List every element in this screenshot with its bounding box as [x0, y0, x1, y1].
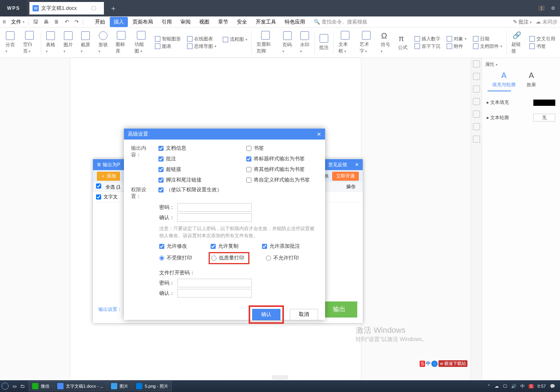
document-tab[interactable]: W 文字文稿1.docx 🖵 — [29, 2, 104, 15]
chk-hyperlink[interactable]: 超链接 — [158, 166, 237, 173]
sidenav-item-7[interactable] — [473, 136, 480, 143]
menu-devtools[interactable]: 开发工具 — [252, 17, 280, 27]
rib-hyperlink[interactable]: 🔗超链接 — [508, 29, 525, 56]
sync-status[interactable]: ☁ 未同步 — [536, 18, 558, 25]
tray-volume-icon[interactable]: 🔊 — [511, 384, 516, 389]
sidenav-item-3[interactable] — [473, 85, 480, 93]
rib-watermark[interactable]: 水印 — [297, 30, 313, 55]
rib-picture[interactable]: 图片 — [60, 30, 76, 55]
properties-title[interactable]: 属性 — [485, 61, 557, 68]
outline-none[interactable]: 无 — [533, 114, 555, 122]
rib-flowchart[interactable]: 流程图 — [223, 36, 247, 43]
taskview-icon[interactable]: ▭ — [13, 384, 16, 389]
sidenav-item-4[interactable] — [473, 98, 480, 105]
chk-footnote-link[interactable]: 脚注和尾注链接 — [158, 177, 237, 183]
panel-collapse-handle[interactable] — [272, 376, 288, 379]
tray-cloud-icon[interactable]: ☁ — [495, 384, 499, 389]
rib-docparts[interactable]: 文档部件 — [473, 43, 502, 50]
rib-textbox[interactable]: 文本框 — [335, 29, 355, 56]
menu-start[interactable]: 开始 — [91, 17, 109, 27]
pdf-open-now[interactable]: 立即开通 — [332, 172, 359, 181]
pdf-output-settings-link[interactable]: 输出设置： — [98, 306, 122, 313]
rib-funcchart[interactable]: 功能图 — [131, 29, 151, 56]
rib-insertnum[interactable]: 插入数字 — [415, 36, 440, 42]
text-outline-row[interactable]: ▸ 文本轮廓 无 — [485, 110, 557, 125]
adv-close-icon[interactable]: ✕ — [317, 131, 321, 137]
tray-notification-icon[interactable]: 💬 — [550, 384, 555, 389]
rib-shapes[interactable]: 形状 — [95, 30, 111, 55]
rad-print-unlimited[interactable]: 不受限打印 — [159, 252, 192, 264]
tray-ime-badge[interactable]: S — [529, 384, 534, 388]
menu-special[interactable]: 特色应用 — [281, 17, 309, 27]
sidenav-item-1[interactable] — [473, 60, 480, 67]
rib-mindmap[interactable]: 思维导图 — [187, 43, 216, 50]
pdf-close-icon[interactable]: ✕ — [355, 162, 359, 167]
save-icon[interactable]: 🖫 — [33, 19, 38, 25]
rib-chart[interactable]: 图表 — [155, 43, 181, 50]
chk-bookmark[interactable]: 书签 — [246, 145, 325, 152]
document-canvas[interactable]: 🗎 输出为P 意见反馈 ✕ ＋ 添加 换 立即开通 全选 (1 操作 文字文 🗑 — [0, 58, 471, 380]
hamburger-icon[interactable] — [2, 18, 8, 25]
print-preview-icon[interactable]: 🗎 — [54, 19, 59, 25]
taskbar-pictures[interactable]: 图片 — [107, 381, 132, 391]
taskbar-photos[interactable]: 5.png - 照片 — [133, 381, 171, 391]
fill-swatch[interactable] — [533, 100, 555, 106]
menu-review[interactable]: 审阅 — [176, 17, 195, 27]
perm-password-input[interactable] — [177, 203, 252, 212]
notification-badge[interactable]: 1 — [538, 5, 545, 11]
menu-security[interactable]: 安全 — [233, 17, 251, 27]
rib-attachment[interactable]: 附件 — [447, 43, 467, 50]
rib-table[interactable]: 表格 — [43, 30, 59, 55]
wps-logo[interactable]: WPS — [0, 0, 27, 16]
rib-comment[interactable]: 批注 — [316, 33, 332, 53]
pdf-feedback-link[interactable]: 意见反馈 — [328, 162, 347, 168]
chk-docinfo[interactable]: 文档信息 — [158, 145, 237, 152]
sidenav-item-5[interactable] — [473, 111, 480, 118]
rib-pagenum[interactable]: 页码 — [279, 30, 295, 55]
pdf-add-button[interactable]: ＋ 添加 — [97, 172, 120, 181]
tray-up-icon[interactable]: ⌃ — [487, 384, 491, 389]
command-search[interactable]: 🔍 查找命令、搜索模板 — [314, 18, 367, 25]
rib-screenshot[interactable]: 截屏 — [78, 30, 94, 55]
rib-object[interactable]: 对象 — [447, 36, 467, 42]
pdf-selectall-check[interactable] — [96, 183, 101, 189]
rib-date[interactable]: 日期 — [473, 36, 502, 42]
chk-enable-perm[interactable]: （使以下权限设置生效） — [158, 187, 222, 193]
text-fill-row[interactable]: ▸ 文本填充 — [485, 95, 557, 110]
sidenav-item-6[interactable] — [473, 123, 480, 130]
chk-allow-edit[interactable]: 允许修改 — [159, 243, 187, 250]
rib-onlinechart[interactable]: 在线图表 — [187, 36, 216, 42]
redo-icon[interactable]: ↷ — [75, 19, 79, 25]
rad-print-none[interactable]: 不允许打印 — [266, 252, 299, 264]
rib-symbol[interactable]: Ω符号 — [378, 30, 394, 55]
rib-wordart[interactable]: 艺术字 — [356, 29, 376, 56]
new-tab-button[interactable]: ＋ — [105, 4, 121, 13]
rib-pagebreak[interactable]: 分页 — [2, 30, 18, 55]
menu-insert[interactable]: 插入 — [110, 17, 128, 27]
open-confirm-input[interactable] — [177, 289, 252, 298]
prop-tab-effect[interactable]: A效果 — [527, 71, 536, 88]
start-button[interactable] — [2, 383, 9, 390]
pdf-output-button[interactable]: 输出 — [321, 301, 357, 318]
print-icon[interactable]: 🖶 — [44, 19, 49, 25]
cancel-button[interactable]: 取消 — [290, 309, 318, 320]
taskbar-wechat[interactable]: 微信 — [29, 381, 53, 391]
rib-equation[interactable]: π公式 — [395, 33, 411, 53]
rib-blankpage[interactable]: 空白页 — [20, 29, 40, 56]
chk-comment[interactable]: 批注 — [158, 156, 237, 162]
sidenav-item-2[interactable] — [473, 73, 480, 80]
prop-tab-fill[interactable]: A填充与轮廓 — [492, 71, 516, 88]
tab-monitor-icon[interactable]: 🖵 — [91, 5, 96, 11]
menu-chapter[interactable]: 章节 — [214, 17, 232, 27]
menu-view[interactable]: 视图 — [195, 17, 213, 27]
file-menu[interactable]: 文件 — [9, 18, 27, 26]
chk-custom-bookmark[interactable]: 将自定义样式输出为书签 — [246, 177, 325, 183]
rib-iconlib[interactable]: 图标库 — [113, 29, 130, 56]
tray-screen-icon[interactable]: 🖵 — [503, 384, 507, 388]
settings-icon[interactable]: ⚙ — [551, 5, 555, 11]
pdf-delete-icon[interactable]: 🗑 — [351, 184, 356, 190]
chk-other-bookmark[interactable]: 将其他样式输出为书签 — [246, 166, 325, 173]
menu-reference[interactable]: 引用 — [158, 17, 176, 27]
rib-smartart[interactable]: 智能图形 — [155, 36, 181, 42]
chk-heading-bookmark[interactable]: 将标题样式输出为书签 — [246, 156, 325, 162]
